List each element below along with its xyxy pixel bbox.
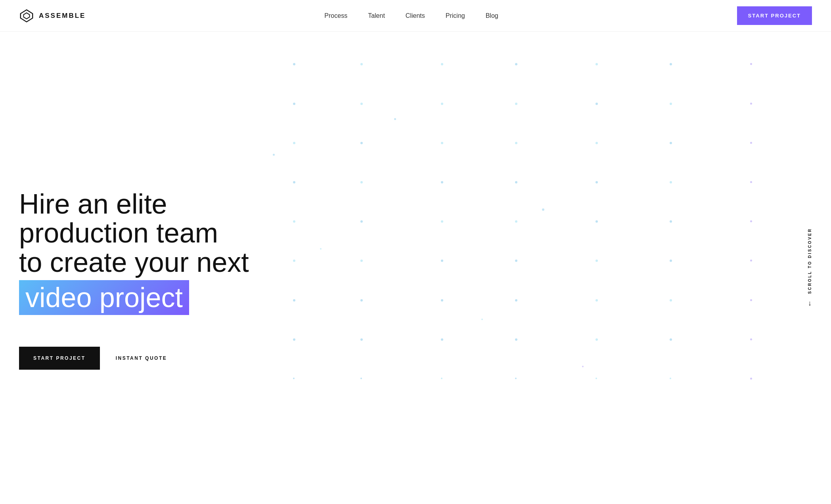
svg-marker-1 — [23, 13, 29, 19]
scroll-indicator: SCROLL TO DISCOVER ↓ — [808, 228, 812, 307]
nav-link-talent[interactable]: Talent — [368, 12, 385, 19]
instant-quote-button[interactable]: INSTANT QUOTE — [116, 355, 167, 361]
start-project-button[interactable]: START PROJECT — [19, 347, 100, 370]
hero-actions: START PROJECT INSTANT QUOTE — [19, 347, 265, 370]
hero-highlight: video project — [19, 280, 189, 315]
navbar: ASSEMBLE Process Talent Clients Pricing … — [0, 0, 831, 32]
hero-section: Hire an elite production team to create … — [0, 32, 831, 504]
svg-marker-0 — [21, 10, 33, 21]
nav-item-blog[interactable]: Blog — [486, 12, 498, 19]
logo-text: ASSEMBLE — [39, 12, 86, 20]
hero-headline: Hire an elite production team to create … — [19, 190, 265, 277]
logo-icon — [19, 8, 34, 23]
nav-link-pricing[interactable]: Pricing — [446, 12, 465, 19]
nav-item-process[interactable]: Process — [324, 12, 347, 19]
logo[interactable]: ASSEMBLE — [19, 8, 86, 23]
scroll-text: SCROLL TO DISCOVER — [808, 228, 812, 294]
headline-line1: Hire an elite — [19, 189, 167, 220]
nav-link-process[interactable]: Process — [324, 12, 347, 19]
scroll-arrow-icon: ↓ — [808, 300, 812, 308]
nav-start-project-button[interactable]: START PROJECT — [737, 6, 812, 25]
nav-link-blog[interactable]: Blog — [486, 12, 498, 19]
headline-line3: to create your next — [19, 247, 249, 278]
nav-links: Process Talent Clients Pricing Blog — [324, 12, 498, 19]
nav-item-talent[interactable]: Talent — [368, 12, 385, 19]
hero-content: Hire an elite production team to create … — [19, 190, 265, 370]
headline-line2: production team — [19, 218, 218, 248]
nav-link-clients[interactable]: Clients — [406, 12, 425, 19]
nav-item-clients[interactable]: Clients — [406, 12, 425, 19]
nav-item-pricing[interactable]: Pricing — [446, 12, 465, 19]
